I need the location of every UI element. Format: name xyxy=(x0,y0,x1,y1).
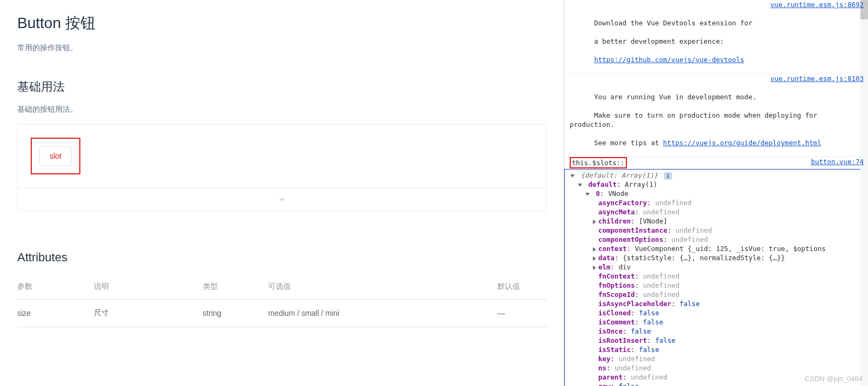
col-type: 类型 xyxy=(203,274,268,300)
cell-param: size xyxy=(17,300,94,327)
tree-node[interactable]: asyncMeta: undefined xyxy=(570,207,867,216)
col-desc: 说明 xyxy=(94,274,203,300)
caret-right-icon[interactable] xyxy=(593,256,596,261)
console-message: vue.runtime.esm.js:8103 You are running … xyxy=(564,74,868,157)
tree-node[interactable]: fnOptions: undefined xyxy=(570,281,867,290)
log-label-highlight: this.$slots:: xyxy=(570,157,627,168)
tree-node[interactable]: isComment: false xyxy=(570,317,867,327)
tree-node[interactable]: default: Array(1) xyxy=(570,180,867,189)
tree-node[interactable]: isOnce: false xyxy=(570,327,867,336)
devtools-link[interactable]: https://github.com/vuejs/vue-devtools xyxy=(594,56,744,64)
col-def: 默认值 xyxy=(497,274,546,300)
col-opts: 可选值 xyxy=(268,274,497,300)
object-tree-box: {default: Array(1)} i default: Array(1) … xyxy=(564,169,868,386)
watermark: CSDN @jqh_0484 xyxy=(805,375,863,383)
caret-down-icon[interactable] xyxy=(570,174,575,178)
tree-node[interactable]: data: {staticStyle: {…}, normalizedStyle… xyxy=(570,253,867,262)
table-header-row: 参数 说明 类型 可选值 默认值 xyxy=(17,274,546,300)
msg-text: You are running Vue in development mode. xyxy=(594,93,756,101)
demo-content: slot xyxy=(18,125,546,187)
slot-highlight-box: slot xyxy=(31,138,80,174)
tree-node[interactable]: ns: undefined xyxy=(570,363,867,373)
tree-node[interactable]: context: VueComponent {_uid: 125, _isVue… xyxy=(570,244,867,253)
tree-node[interactable]: children: [VNode] xyxy=(570,216,867,226)
table-row: size 尺寸 string medium / small / mini — xyxy=(17,300,546,327)
page-subtitle: 常用的操作按钮。 xyxy=(17,43,546,53)
console-message: vue.runtime.esm.js:8692 Download the Vue… xyxy=(564,0,868,74)
devtools-console[interactable]: vue.runtime.esm.js:8692 Download the Vue… xyxy=(564,0,868,386)
section-attributes-heading: Attributes xyxy=(17,250,546,265)
source-link[interactable]: vue.runtime.esm.js:8103 xyxy=(770,74,864,83)
object-tree[interactable]: {default: Array(1)} i default: Array(1) … xyxy=(565,170,867,386)
source-link[interactable]: vue.runtime.esm.js:8692 xyxy=(770,0,864,9)
cell-type: string xyxy=(203,300,268,327)
tree-node[interactable]: fnContext: undefined xyxy=(570,272,867,281)
console-log-header: button.vue:74 this.$slots:: xyxy=(564,157,868,169)
caret-right-icon[interactable] xyxy=(593,247,596,252)
tree-node[interactable]: componentInstance: undefined xyxy=(570,226,867,235)
cell-def: — xyxy=(497,300,546,327)
tree-node[interactable]: elm: div xyxy=(570,262,867,272)
tree-node[interactable]: componentOptions: undefined xyxy=(570,235,867,244)
tree-node[interactable]: isAsyncPlaceholder: false xyxy=(570,299,867,308)
tree-node[interactable]: isCloned: false xyxy=(570,308,867,317)
msg-text: Download the Vue Devtools extension for xyxy=(594,19,756,27)
msg-text: See more tips at xyxy=(594,139,663,147)
tree-node[interactable]: isRootInsert: false xyxy=(570,336,867,345)
msg-text: Make sure to turn on production mode whe… xyxy=(570,111,822,128)
demo-expand-toggle[interactable] xyxy=(18,187,546,211)
tree-node[interactable]: isStatic: false xyxy=(570,345,867,354)
msg-text: a better development experience: xyxy=(594,37,724,45)
info-badge-icon[interactable]: i xyxy=(664,172,672,180)
section-basic-heading: 基础用法 xyxy=(17,79,546,95)
caret-down-icon[interactable] xyxy=(578,184,582,187)
docs-pane: Button 按钮 常用的操作按钮。 基础用法 基础的按钮用法。 slot At… xyxy=(0,0,564,386)
deployment-link[interactable]: https://vuejs.org/guide/deployment.html xyxy=(663,139,822,147)
tree-node[interactable]: fnScopeId: undefined xyxy=(570,290,867,299)
tree-node[interactable]: 0: VNode xyxy=(570,189,867,198)
page-title: Button 按钮 xyxy=(17,13,546,33)
caret-right-icon[interactable] xyxy=(593,266,596,270)
source-link[interactable]: button.vue:74 xyxy=(811,157,864,166)
section-basic-desc: 基础的按钮用法。 xyxy=(17,105,546,114)
caret-right-icon[interactable] xyxy=(593,220,596,224)
caret-down-icon[interactable] xyxy=(585,193,590,196)
tree-root[interactable]: {default: Array(1)} i xyxy=(570,171,867,180)
demo-block: slot xyxy=(17,124,546,212)
tree-node[interactable]: key: undefined xyxy=(570,354,867,363)
caret-down-icon xyxy=(279,198,285,201)
attributes-table: 参数 说明 类型 可选值 默认值 size 尺寸 string medium /… xyxy=(17,274,546,327)
cell-opts: medium / small / mini xyxy=(268,300,497,327)
slot-button[interactable]: slot xyxy=(39,146,72,166)
col-param: 参数 xyxy=(17,274,94,300)
cell-desc: 尺寸 xyxy=(94,300,203,327)
tree-node[interactable]: asyncFactory: undefined xyxy=(570,198,867,207)
